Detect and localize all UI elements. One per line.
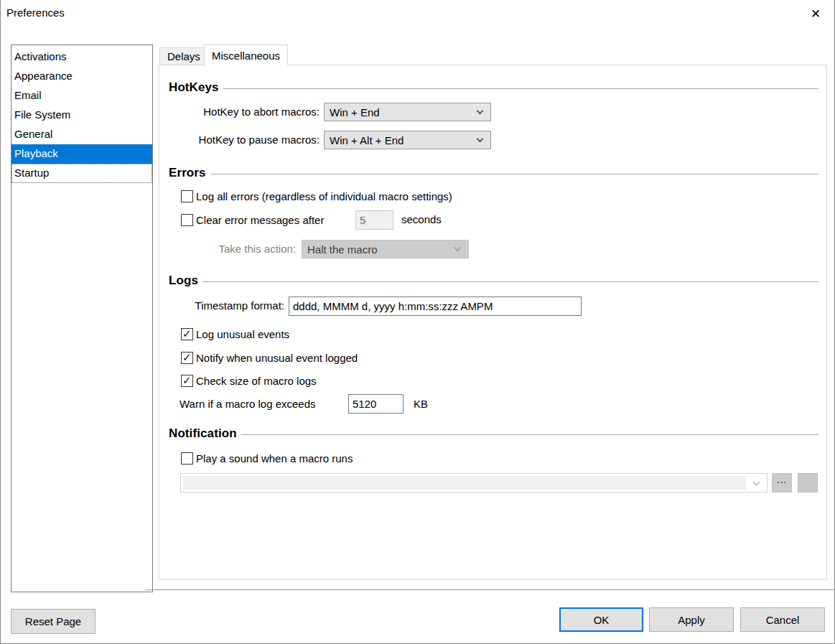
clear-error-messages-checkbox[interactable] — [181, 214, 193, 226]
errors-section-title: Errors — [169, 166, 206, 180]
apply-button[interactable]: Apply — [649, 607, 734, 632]
pause-hotkey-label: HotKey to pause macros: — [169, 131, 319, 149]
clear-error-seconds-input[interactable] — [355, 210, 393, 230]
notify-unusual-event-label: Notify when unusual event logged — [196, 352, 358, 364]
chevron-down-icon — [477, 136, 484, 143]
footer-divider — [145, 589, 835, 590]
play-sound-test-button — [798, 473, 818, 493]
take-action-value: Halt the macro — [307, 243, 378, 256]
sound-file-value — [183, 476, 746, 490]
chevron-down-icon — [454, 245, 462, 252]
log-all-errors-checkbox[interactable] — [181, 190, 193, 202]
check-size-macro-logs-checkbox[interactable] — [181, 375, 193, 387]
check-size-row: Check size of macro logs — [181, 375, 317, 387]
abort-hotkey-label: HotKey to abort macros: — [169, 103, 319, 121]
sidebar-item-activations[interactable]: Activations — [11, 47, 152, 67]
window-title: Preferences — [6, 6, 65, 19]
log-unusual-events-checkbox[interactable] — [181, 328, 193, 340]
log-unusual-row: Log unusual events — [181, 328, 289, 340]
warn-log-size-input[interactable] — [348, 394, 403, 414]
play-sound-label: Play a sound when a macro runs — [196, 452, 353, 465]
logs-section-header: Logs — [169, 274, 818, 288]
sidebar-item-playback[interactable]: Playback — [11, 144, 152, 164]
miscellaneous-tab-panel: HotKeys HotKey to abort macros: Win + En… — [159, 65, 827, 580]
abort-hotkey-dropdown[interactable]: Win + End — [324, 103, 491, 121]
preferences-dialog: Preferences ✕ Activations Appearance Ema… — [0, 0, 835, 644]
section-divider-line — [202, 281, 818, 282]
sidebar-item-startup[interactable]: Startup — [11, 164, 152, 183]
sound-file-combobox — [180, 473, 768, 493]
reset-page-button[interactable]: Reset Page — [11, 609, 95, 634]
timestamp-format-label: Timestamp format: — [169, 297, 284, 315]
tab-miscellaneous[interactable]: Miscellaneous — [204, 45, 288, 65]
log-all-errors-row: Log all errors (regardless of individual… — [181, 190, 452, 202]
hotkeys-section-header: HotKeys — [169, 80, 818, 95]
notify-unusual-event-checkbox[interactable] — [181, 352, 193, 364]
take-action-dropdown: Halt the macro — [302, 240, 469, 258]
cancel-button[interactable]: Cancel — [740, 607, 825, 632]
sidebar-item-file-system[interactable]: File System — [11, 106, 152, 125]
take-action-label: Take this action: — [169, 240, 296, 258]
errors-section-header: Errors — [169, 166, 818, 180]
pause-hotkey-value: Win + Alt + End — [330, 134, 403, 146]
close-icon[interactable]: ✕ — [803, 4, 828, 24]
logs-section-title: Logs — [169, 274, 198, 288]
log-unusual-events-label: Log unusual events — [196, 328, 289, 340]
play-sound-checkbox[interactable] — [181, 452, 193, 465]
pause-hotkey-dropdown[interactable]: Win + Alt + End — [324, 131, 491, 149]
timestamp-format-input[interactable] — [289, 297, 582, 316]
tab-delays[interactable]: Delays — [159, 47, 208, 65]
seconds-unit-label: seconds — [401, 210, 442, 229]
play-sound-row: Play a sound when a macro runs — [181, 452, 353, 465]
kb-unit-label: KB — [414, 395, 428, 414]
notification-section-title: Notification — [169, 426, 237, 441]
notification-section-header: Notification — [169, 426, 818, 441]
sidebar-item-email[interactable]: Email — [11, 86, 152, 106]
chevron-down-icon — [477, 108, 484, 115]
warn-log-size-label: Warn if a macro log exceeds — [179, 395, 316, 414]
sidebar-item-general[interactable]: General — [11, 125, 152, 144]
section-divider-line — [210, 174, 818, 174]
clear-error-messages-label: Clear error messages after — [196, 214, 324, 226]
abort-hotkey-value: Win + End — [330, 106, 380, 118]
section-divider-line — [241, 434, 818, 435]
browse-sound-button: ... — [772, 473, 792, 493]
section-divider-line — [223, 88, 818, 89]
clear-errors-row: Clear error messages after — [181, 214, 324, 226]
notify-unusual-row: Notify when unusual event logged — [181, 352, 358, 364]
category-listbox: Activations Appearance Email File System… — [11, 45, 153, 592]
log-all-errors-label: Log all errors (regardless of individual… — [196, 190, 452, 202]
chevron-down-icon — [753, 479, 760, 486]
sidebar-item-appearance[interactable]: Appearance — [11, 67, 152, 86]
hotkeys-section-title: HotKeys — [169, 80, 219, 95]
check-size-macro-logs-label: Check size of macro logs — [196, 375, 317, 387]
ok-button[interactable]: OK — [559, 607, 643, 632]
